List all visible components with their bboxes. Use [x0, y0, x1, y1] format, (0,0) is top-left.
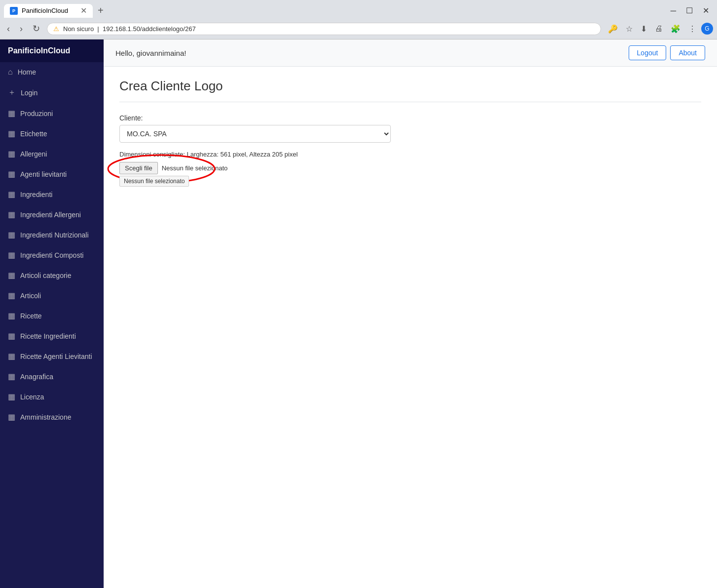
- address-text: Non sicuro | 192.168.1.50/addclientelogo…: [63, 25, 595, 33]
- sidebar-label-agenti: Agenti lievitanti: [20, 170, 67, 178]
- page-title: Crea Cliente Logo: [119, 78, 701, 94]
- sidebar-item-ingredienti-nutrizionali[interactable]: ▦ Ingredienti Nutrizionali: [0, 225, 104, 245]
- sidebar-label-ricette-agenti: Ricette Agenti Lievitanti: [20, 353, 92, 360]
- profile-avatar[interactable]: G: [701, 23, 713, 35]
- sidebar-item-licenza[interactable]: ▦ Licenza: [0, 387, 104, 407]
- extensions-icon-button[interactable]: 🧩: [668, 22, 683, 36]
- sidebar: PanificioInCloud ⌂ Home ＋ Login ▦ Produz…: [0, 39, 104, 588]
- download-icon-button[interactable]: ⬇: [638, 22, 650, 36]
- sidebar-label-home: Home: [18, 68, 36, 76]
- bookmark-icon-button[interactable]: ☆: [623, 22, 636, 36]
- ingredienti-icon: ▦: [8, 190, 15, 199]
- ing-nutrizionali-icon: ▦: [8, 230, 15, 239]
- cliente-select[interactable]: MO.CA. SPA: [119, 125, 391, 143]
- lock-icon: ⚠: [53, 25, 59, 33]
- ricette-ing-icon: ▦: [8, 331, 15, 341]
- sidebar-item-ricette-ingredienti[interactable]: ▦ Ricette Ingredienti: [0, 326, 104, 346]
- produzioni-icon: ▦: [8, 109, 15, 118]
- sidebar-item-ingredienti[interactable]: ▦ Ingredienti: [0, 184, 104, 204]
- page-divider: [119, 102, 701, 102]
- page-content: Crea Cliente Logo Cliente: MO.CA. SPA Di…: [104, 67, 717, 588]
- sidebar-label-ingredienti: Ingredienti: [20, 191, 52, 198]
- sidebar-label-ricette-ing: Ricette Ingredienti: [20, 332, 76, 340]
- toolbar-icons: 🔑 ☆ ⬇ 🖨 🧩 ⋮ G: [605, 22, 713, 36]
- sidebar-label-login: Login: [21, 89, 38, 97]
- sidebar-label-anagrafica: Anagrafica: [20, 373, 53, 381]
- greeting-text: Hello, giovannimaina!: [115, 49, 186, 57]
- sidebar-label-articoli-cat: Articoli categorie: [20, 272, 72, 279]
- sidebar-item-etichette[interactable]: ▦ Etichette: [0, 123, 104, 144]
- top-bar-buttons: Logout About: [629, 45, 705, 60]
- close-button[interactable]: ✕: [699, 5, 713, 16]
- minimize-button[interactable]: ─: [667, 5, 680, 16]
- sidebar-item-agenti-lievitanti[interactable]: ▦ Agenti lievitanti: [0, 164, 104, 184]
- home-icon: ⌂: [8, 68, 13, 77]
- browser-titlebar: P PanificioInCloud ✕ + ─ ☐ ✕: [0, 0, 717, 18]
- sidebar-label-ing-nutrizionali: Ingredienti Nutrizionali: [20, 231, 89, 239]
- login-icon: ＋: [8, 87, 16, 98]
- etichette-icon: ▦: [8, 129, 15, 138]
- tab-favicon: P: [10, 7, 18, 15]
- allergeni-icon: ▦: [8, 149, 15, 158]
- maximize-button[interactable]: ☐: [682, 5, 697, 16]
- cliente-field: Cliente: MO.CA. SPA: [119, 114, 701, 143]
- ing-allergeni-icon: ▦: [8, 210, 15, 219]
- logout-button[interactable]: Logout: [629, 45, 667, 60]
- browser-tab[interactable]: P PanificioInCloud ✕: [4, 4, 93, 18]
- sidebar-label-etichette: Etichette: [20, 130, 47, 138]
- app-wrapper: PanificioInCloud ⌂ Home ＋ Login ▦ Produz…: [0, 39, 717, 588]
- file-tooltip: Nessun file selezionato: [119, 176, 189, 187]
- agenti-icon: ▦: [8, 169, 15, 179]
- ricette-agenti-icon: ▦: [8, 352, 15, 361]
- sidebar-item-anagrafica[interactable]: ▦ Anagrafica: [0, 366, 104, 387]
- sidebar-label-articoli: Articoli: [20, 292, 41, 300]
- sidebar-item-home[interactable]: ⌂ Home: [0, 62, 104, 82]
- sidebar-label-produzioni: Produzioni: [20, 110, 53, 118]
- sidebar-item-articoli-categorie[interactable]: ▦ Articoli categorie: [0, 265, 104, 285]
- sidebar-label-ing-composti: Ingredienti Composti: [20, 251, 83, 259]
- address-bar[interactable]: ⚠ Non sicuro | 192.168.1.50/addclientelo…: [47, 23, 601, 35]
- sidebar-brand: PanificioInCloud: [0, 39, 104, 62]
- sidebar-item-ricette-agenti[interactable]: ▦ Ricette Agenti Lievitanti: [0, 346, 104, 366]
- new-tab-button[interactable]: +: [94, 3, 108, 18]
- window-controls: ─ ☐ ✕: [667, 5, 713, 16]
- sidebar-item-login[interactable]: ＋ Login: [0, 82, 104, 103]
- anagrafica-icon: ▦: [8, 372, 15, 381]
- sidebar-item-ricette[interactable]: ▦ Ricette: [0, 306, 104, 326]
- tab-title: PanificioInCloud: [22, 7, 68, 14]
- sidebar-label-allergeni: Allergeni: [20, 150, 47, 158]
- ing-composti-icon: ▦: [8, 250, 15, 260]
- sidebar-item-produzioni[interactable]: ▦ Produzioni: [0, 103, 104, 123]
- cliente-label: Cliente:: [119, 114, 701, 122]
- sidebar-item-ingredienti-composti[interactable]: ▦ Ingredienti Composti: [0, 245, 104, 265]
- dimensions-text: Dimensioni consigliate: Larghezza: 561 p…: [119, 151, 701, 158]
- key-icon-button[interactable]: 🔑: [605, 22, 621, 36]
- tab-bar: P PanificioInCloud ✕ +: [4, 3, 665, 18]
- main-content: Hello, giovannimaina! Logout About Crea …: [104, 39, 717, 588]
- file-section: Dimensioni consigliate: Larghezza: 561 p…: [119, 151, 701, 174]
- sidebar-item-allergeni[interactable]: ▦ Allergeni: [0, 144, 104, 164]
- sidebar-item-ingredienti-allergeni[interactable]: ▦ Ingredienti Allergeni: [0, 204, 104, 225]
- articoli-icon: ▦: [8, 291, 15, 300]
- sidebar-label-amministrazione: Amministrazione: [20, 413, 71, 421]
- choose-file-button[interactable]: Scegli file: [119, 162, 158, 174]
- file-input-wrapper: Scegli file Nessun file selezionato Ness…: [119, 162, 227, 174]
- top-bar: Hello, giovannimaina! Logout About: [104, 39, 717, 67]
- forward-button[interactable]: ›: [17, 22, 26, 36]
- sidebar-label-ricette: Ricette: [20, 312, 42, 320]
- sidebar-item-amministrazione[interactable]: ▦ Amministrazione: [0, 407, 104, 427]
- licenza-icon: ▦: [8, 392, 15, 401]
- file-name-text: Nessun file selezionato: [162, 164, 228, 172]
- browser-chrome: P PanificioInCloud ✕ + ─ ☐ ✕ ‹ › ↻ ⚠ Non…: [0, 0, 717, 39]
- reload-button[interactable]: ↻: [30, 21, 43, 36]
- file-input-container: Scegli file Nessun file selezionato Ness…: [119, 162, 227, 174]
- tab-close-button[interactable]: ✕: [80, 7, 87, 15]
- about-button[interactable]: About: [670, 45, 705, 60]
- print-icon-button[interactable]: 🖨: [652, 22, 666, 35]
- sidebar-label-ing-allergeni: Ingredienti Allergeni: [20, 211, 81, 219]
- sidebar-label-licenza: Licenza: [20, 393, 44, 401]
- back-button[interactable]: ‹: [4, 22, 13, 36]
- menu-icon-button[interactable]: ⋮: [685, 22, 699, 36]
- amministrazione-icon: ▦: [8, 412, 15, 422]
- sidebar-item-articoli[interactable]: ▦ Articoli: [0, 285, 104, 306]
